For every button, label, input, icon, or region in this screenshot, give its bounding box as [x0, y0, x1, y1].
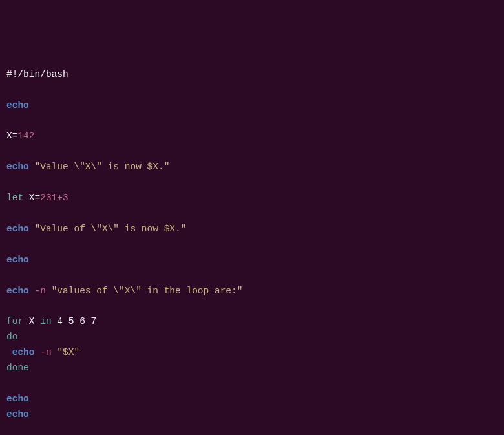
code-line: echo -n "values of \"X\" in the loop are…	[6, 286, 242, 296]
number-literal: 7	[91, 316, 97, 326]
shebang-hash: #!	[6, 69, 17, 80]
echo-builtin: echo	[6, 162, 29, 172]
code-line: echo	[6, 409, 29, 419]
let-keyword: let	[6, 193, 23, 203]
variable-ref: $X	[164, 224, 175, 234]
code-line: for X in 4 5 6 7	[6, 316, 96, 326]
echo-builtin: echo	[12, 347, 35, 357]
string-literal: ."	[158, 162, 169, 172]
string-literal: ."	[175, 224, 186, 234]
flag-n: -n	[35, 286, 46, 296]
number-literal: 6	[79, 316, 85, 326]
code-line: #!/bin/bash	[6, 69, 68, 80]
code-line: echo	[6, 255, 29, 265]
in-keyword: in	[40, 316, 51, 326]
echo-builtin: echo	[6, 100, 29, 111]
variable-ref: $X	[147, 162, 158, 172]
echo-builtin: echo	[6, 409, 29, 419]
string-literal: "Value of \"X\" is now	[35, 224, 164, 234]
for-keyword: for	[6, 316, 23, 326]
code-line: X=142	[6, 131, 35, 141]
variable-name: X	[6, 131, 12, 141]
string-literal: "values of \"X\" in the loop are:"	[52, 286, 243, 296]
variable-ref: $X	[63, 347, 74, 357]
code-line: echo	[6, 394, 29, 404]
number-literal: 4	[57, 316, 63, 326]
code-line: echo	[6, 100, 29, 111]
do-keyword: do	[6, 332, 17, 342]
number-literal: 142	[17, 131, 34, 141]
string-literal: "	[74, 347, 79, 357]
code-line: let X=231+3	[6, 193, 68, 203]
number-literal: 231+3	[40, 193, 68, 203]
echo-builtin: echo	[6, 394, 29, 404]
code-line: echo "Value \"X\" is now $X."	[6, 162, 169, 172]
string-literal: "	[57, 347, 63, 357]
variable-name: X	[29, 193, 35, 203]
echo-builtin: echo	[6, 224, 29, 234]
code-line: echo "Value of \"X\" is now $X."	[6, 224, 186, 234]
assign-operator: =	[35, 193, 41, 203]
done-keyword: done	[6, 363, 29, 373]
flag-n: -n	[40, 347, 51, 357]
echo-builtin: echo	[6, 286, 29, 296]
code-line: done	[6, 363, 29, 373]
code-line: do	[6, 332, 17, 342]
code-editor: #!/bin/bash echo X=142 echo "Value \"X\"…	[6, 67, 498, 435]
shebang-path: /bin/bash	[17, 69, 68, 80]
echo-builtin: echo	[6, 255, 29, 265]
string-literal: "Value \"X\" is now	[35, 162, 147, 172]
code-line: echo -n "$X"	[6, 347, 79, 357]
variable-name: X	[29, 316, 35, 326]
